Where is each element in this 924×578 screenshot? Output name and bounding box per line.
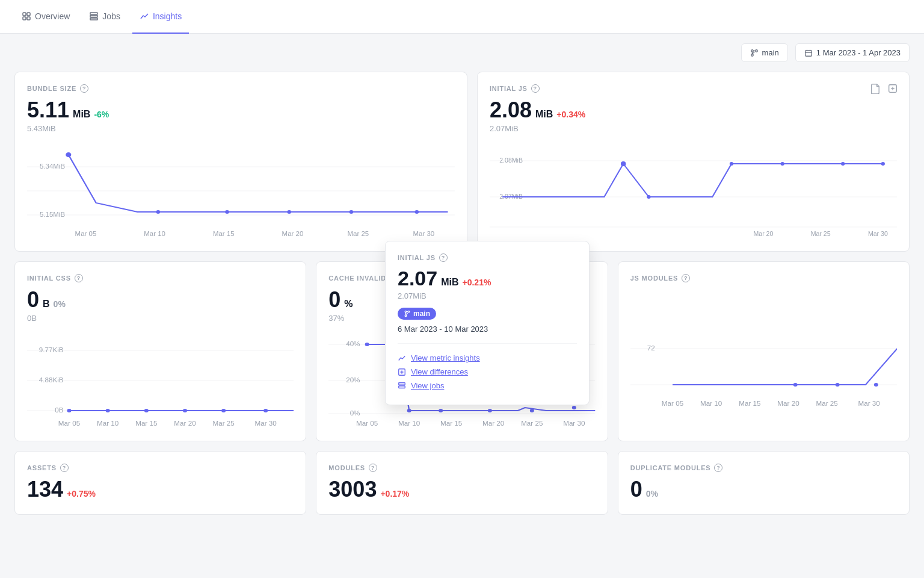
svg-text:5.15MiB: 5.15MiB — [40, 211, 65, 218]
svg-point-74 — [572, 406, 576, 409]
initial-js-metric: 2.08MiB +0.34% — [490, 98, 897, 123]
tooltip-differences-link[interactable]: View differences — [398, 365, 577, 379]
dup-modules-help-icon[interactable]: ? — [714, 464, 722, 472]
svg-text:Mar 20: Mar 20 — [482, 420, 504, 427]
svg-point-20 — [349, 210, 353, 214]
js-modules-label: JS MODULES ? — [630, 274, 897, 282]
svg-rect-5 — [90, 15, 97, 17]
assets-card: ASSETS ? 134 +0.75% — [14, 451, 306, 515]
svg-text:Mar 05: Mar 05 — [58, 420, 80, 427]
dup-modules-label: DUPLICATE MODULES ? — [630, 464, 897, 472]
tooltip-prev: 2.07MiB — [398, 291, 577, 300]
toolbar: main 1 Mar 2023 - 1 Apr 2023 — [0, 34, 924, 72]
js-modules-card: JS MODULES ? 72 Mar 05 Mar 10 Mar 15 Mar… — [618, 261, 910, 441]
bundle-size-unit: MiB — [73, 109, 90, 120]
modules-card: MODULES ? 3003 +0.17% — [316, 451, 608, 515]
date-range-label: 1 Mar 2023 - 1 Apr 2023 — [816, 48, 901, 57]
svg-text:Mar 30: Mar 30 — [413, 231, 434, 237]
chart-small-icon — [398, 354, 406, 362]
svg-point-41 — [881, 162, 885, 166]
date-range-button[interactable]: 1 Mar 2023 - 1 Apr 2023 — [795, 43, 910, 62]
tooltip-metric-insights-label: View metric insights — [411, 353, 480, 362]
bundle-size-prev: 5.43MiB — [27, 124, 455, 133]
tooltip-metric-insights-link[interactable]: View metric insights — [398, 351, 577, 365]
js-modules-chart: 72 Mar 05 Mar 10 Mar 15 Mar 20 Mar 25 Ma… — [630, 312, 897, 409]
branch-button[interactable]: main — [741, 43, 788, 62]
diff-icon — [887, 83, 898, 94]
bundle-size-metric: 5.11MiB -6% — [27, 98, 455, 123]
bundle-size-help-icon[interactable]: ? — [80, 84, 88, 93]
list-icon — [89, 11, 99, 21]
svg-point-71 — [439, 409, 443, 412]
tooltip-jobs-label: View jobs — [411, 381, 444, 390]
svg-text:0%: 0% — [350, 410, 360, 417]
svg-rect-100 — [399, 386, 405, 388]
svg-text:Mar 15: Mar 15 — [739, 400, 760, 407]
initial-css-chart: 9.77KiB 4.88KiB 0B Mar 05 Mar 10 Mar 15 … — [27, 332, 294, 429]
svg-text:Mar 15: Mar 15 — [213, 231, 235, 237]
svg-point-36 — [621, 161, 626, 166]
svg-text:Mar 25: Mar 25 — [522, 420, 543, 427]
tooltip-help-icon[interactable]: ? — [439, 253, 448, 262]
initial-js-help-icon[interactable]: ? — [531, 84, 540, 93]
tooltip-title: INITIAL JS ? — [398, 253, 577, 262]
initial-css-metric: 0B 0% — [27, 287, 294, 312]
nav-item-jobs[interactable]: Jobs — [82, 0, 128, 34]
svg-point-52 — [106, 409, 110, 412]
tooltip-unit: MiB — [441, 277, 458, 288]
bundle-size-change: -6% — [94, 110, 109, 119]
svg-rect-4 — [90, 13, 97, 14]
svg-point-85 — [835, 383, 839, 387]
svg-text:5.34MiB: 5.34MiB — [40, 163, 65, 170]
svg-rect-1 — [27, 13, 30, 16]
svg-point-54 — [183, 409, 187, 412]
js-modules-help-icon[interactable]: ? — [682, 274, 690, 282]
nav-item-insights[interactable]: Insights — [132, 0, 189, 34]
initial-css-value: 0 — [27, 287, 39, 312]
initial-js-card: INITIAL JS ? 2.08MiB +0.34% 2.07MiB — [477, 72, 910, 252]
nav-label-overview: Overview — [35, 11, 70, 21]
initial-css-card: INITIAL CSS ? 0B 0% 0B 9.77KiB 4.88KiB 0… — [14, 261, 306, 441]
assets-help-icon[interactable]: ? — [60, 464, 69, 472]
tooltip-change: +0.21% — [463, 278, 491, 287]
svg-point-86 — [873, 383, 878, 387]
initial-js-diff-button[interactable] — [886, 82, 899, 97]
tooltip-jobs-link[interactable]: View jobs — [398, 379, 577, 393]
svg-text:Mar 25: Mar 25 — [816, 400, 837, 407]
grid-icon — [22, 11, 31, 21]
svg-text:20%: 20% — [346, 377, 360, 384]
svg-point-38 — [730, 162, 733, 166]
cache-value: 0 — [328, 287, 340, 312]
modules-help-icon[interactable]: ? — [369, 464, 377, 472]
bundle-size-value: 5.11 — [27, 98, 69, 123]
svg-text:Mar 05: Mar 05 — [75, 231, 97, 237]
nav-item-overview[interactable]: Overview — [14, 0, 77, 34]
initial-css-prev: 0B — [27, 314, 294, 323]
svg-text:Mar 10: Mar 10 — [398, 420, 420, 427]
svg-point-9 — [755, 49, 757, 52]
tooltip-branch-badge: main — [398, 308, 436, 320]
svg-text:Mar 20: Mar 20 — [753, 231, 773, 237]
svg-text:Mar 20: Mar 20 — [174, 420, 196, 427]
nav-label-insights: Insights — [153, 11, 182, 21]
svg-point-19 — [287, 210, 291, 214]
svg-text:Mar 25: Mar 25 — [348, 231, 369, 237]
file-icon — [869, 83, 880, 94]
svg-text:4.88KiB: 4.88KiB — [39, 377, 64, 384]
svg-text:2.08MiB: 2.08MiB — [499, 157, 523, 164]
branch-badge-icon — [404, 310, 411, 317]
initial-css-help-icon[interactable]: ? — [75, 274, 83, 282]
initial-js-prev: 2.07MiB — [490, 124, 897, 133]
svg-point-56 — [263, 409, 268, 412]
svg-point-18 — [225, 210, 229, 214]
initial-js-file-button[interactable] — [868, 82, 881, 97]
svg-text:Mar 15: Mar 15 — [440, 420, 462, 427]
chart-line-icon — [140, 11, 149, 21]
svg-text:Mar 05: Mar 05 — [356, 420, 378, 427]
svg-point-21 — [414, 210, 419, 214]
modules-change: +0.17% — [380, 489, 409, 499]
svg-text:Mar 10: Mar 10 — [144, 231, 165, 237]
svg-text:9.77KiB: 9.77KiB — [39, 347, 64, 353]
svg-point-95 — [408, 311, 410, 312]
dup-modules-change: 0% — [646, 489, 658, 499]
